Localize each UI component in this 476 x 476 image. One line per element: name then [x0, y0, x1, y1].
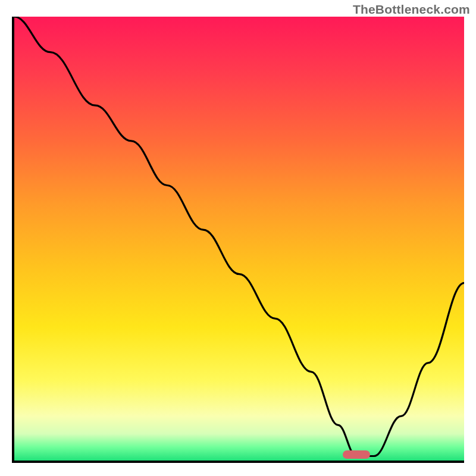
bottleneck-curve-svg: [14, 17, 464, 461]
bottleneck-curve-path: [14, 17, 464, 456]
plot-area: [14, 17, 464, 461]
chart-container: TheBottleneck.com: [0, 0, 476, 476]
optimal-point-marker: [343, 450, 370, 459]
watermark-text: TheBottleneck.com: [353, 2, 470, 17]
